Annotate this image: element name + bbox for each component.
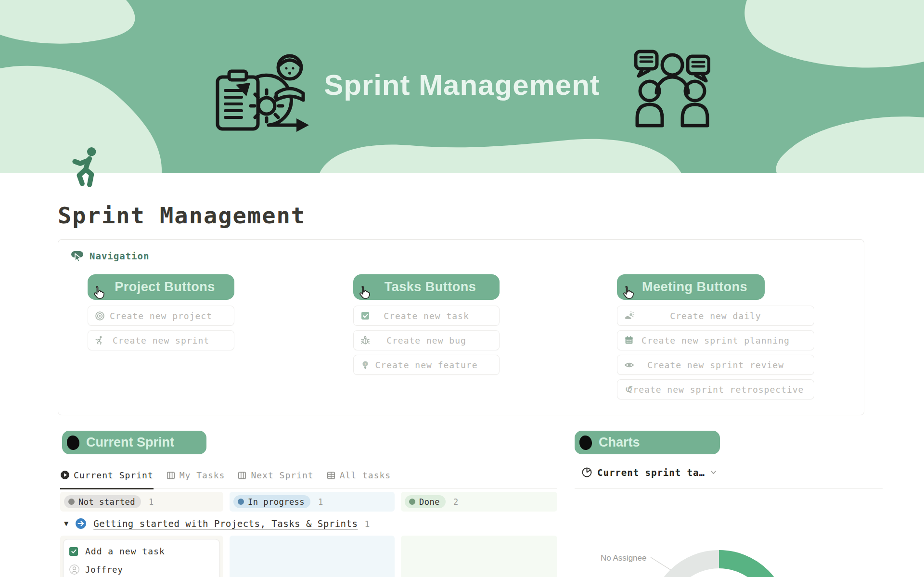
status-pill-in-progress[interactable]: In progress xyxy=(233,495,310,508)
button-label: Create new daily xyxy=(670,311,761,321)
status-label: Not started xyxy=(78,497,135,507)
create-new-sprint-planning-button[interactable]: Create new sprint planning xyxy=(617,330,814,350)
meeting-buttons-toggle[interactable]: Meeting Buttons xyxy=(617,274,765,300)
tab-current-sprint[interactable]: Current Sprint xyxy=(60,468,154,489)
task-title: Add a new task xyxy=(85,546,165,556)
current-sprint-section-toggle[interactable]: Current Sprint xyxy=(62,431,206,454)
create-new-project-button[interactable]: Create new project xyxy=(88,306,234,326)
tasks-buttons-toggle[interactable]: Tasks Buttons xyxy=(353,274,500,300)
button-label: Create new sprint xyxy=(113,335,209,346)
status-pill-done[interactable]: Done xyxy=(405,495,446,508)
runner-icon xyxy=(94,335,105,346)
tab-my-tasks[interactable]: My Tasks xyxy=(166,468,225,488)
project-buttons-label: Project Buttons xyxy=(107,280,215,295)
tasks-buttons-label: Tasks Buttons xyxy=(377,280,476,295)
button-label: Create new task xyxy=(384,311,469,321)
status-dot xyxy=(409,499,415,505)
sprint-group-link[interactable]: Getting started with Projects, Tasks & S… xyxy=(93,518,358,529)
create-new-daily-button[interactable]: Create new daily xyxy=(617,306,814,326)
tab-label: All tasks xyxy=(340,470,391,480)
sprint-group-row: ▼ Getting started with Projects, Tasks &… xyxy=(64,518,370,529)
play-circle-icon xyxy=(60,470,70,480)
status-label: In progress xyxy=(248,497,305,507)
create-new-sprint-review-button[interactable]: Create new sprint review xyxy=(617,355,814,375)
black-dot-icon xyxy=(66,435,80,450)
column-in-progress-header: In progress 1 xyxy=(230,492,395,512)
tab-label: Current Sprint xyxy=(74,470,154,480)
hand-cursor-icon xyxy=(357,285,372,301)
column-count: 1 xyxy=(318,497,323,507)
calendar-icon xyxy=(624,335,634,346)
navigation-callout: Navigation Project Buttons Create new pr… xyxy=(58,239,864,415)
button-label: Create new bug xyxy=(386,335,466,346)
tab-next-sprint[interactable]: Next Sprint xyxy=(237,468,313,488)
project-buttons-group: Project Buttons Create new project Creat… xyxy=(88,274,234,355)
tab-label: Next Sprint xyxy=(251,470,313,480)
page-cover-banner: Sprint Management xyxy=(0,0,924,173)
board-icon xyxy=(237,471,247,480)
sprint-management-page: Sprint Management xyxy=(0,0,924,577)
hand-cursor-icon xyxy=(91,285,106,301)
tab-all-tasks[interactable]: All tasks xyxy=(326,468,391,488)
charts-section-toggle[interactable]: Charts xyxy=(575,431,720,454)
chevron-down-icon xyxy=(710,469,717,476)
create-new-sprint-retrospective-button[interactable]: ↺ Create new sprint retrospective xyxy=(617,379,814,399)
column-not-started-header: Not started 1 xyxy=(60,492,223,512)
task-assignee: Joffrey xyxy=(85,565,123,575)
charts-divider xyxy=(575,488,883,489)
checked-checkbox-icon xyxy=(360,310,371,321)
column-done-header: Done 2 xyxy=(401,492,557,512)
bug-icon xyxy=(360,335,371,346)
column-count: 1 xyxy=(149,497,154,507)
banner-title: Sprint Management xyxy=(0,68,924,102)
undo-arrow-icon: ↺ xyxy=(624,384,634,395)
column-in-progress-body xyxy=(230,536,395,577)
button-label: Create new sprint planning xyxy=(642,335,790,346)
status-pill-not-started[interactable]: Not started xyxy=(64,495,141,508)
column-done-body xyxy=(401,536,557,577)
sprint-arrow-circle-icon xyxy=(75,518,87,529)
button-label: Create new sprint retrospective xyxy=(628,385,804,395)
sun-cloud-icon xyxy=(624,310,634,321)
navigation-header: Navigation xyxy=(71,249,149,262)
column-not-started-body: Add a new task Joffrey xyxy=(60,536,223,577)
lightbulb-icon: T xyxy=(360,359,371,370)
status-label: Done xyxy=(419,497,440,507)
target-icon xyxy=(94,310,105,321)
donut-chart[interactable] xyxy=(578,544,828,577)
collapse-toggle[interactable]: ▼ xyxy=(64,520,68,527)
black-dot-icon xyxy=(579,435,593,450)
pie-chart-icon xyxy=(581,467,592,478)
status-dot xyxy=(238,499,244,505)
button-label: Create new sprint review xyxy=(647,360,784,370)
page-title: Sprint Management xyxy=(58,202,306,229)
hand-cursor-icon xyxy=(621,285,635,301)
sprint-group-count: 1 xyxy=(364,519,370,529)
chart-selector-dropdown[interactable]: Current sprint ta… xyxy=(581,467,717,478)
create-new-sprint-button[interactable]: Create new sprint xyxy=(88,330,234,350)
project-buttons-toggle[interactable]: Project Buttons xyxy=(88,274,234,300)
cursor-click-icon xyxy=(71,249,84,262)
column-count: 2 xyxy=(453,497,458,507)
button-label: Create new feature xyxy=(375,360,477,370)
eye-icon xyxy=(624,359,634,370)
task-checkbox-checked[interactable] xyxy=(69,547,78,556)
create-new-feature-button[interactable]: T Create new feature xyxy=(353,355,500,375)
meeting-buttons-label: Meeting Buttons xyxy=(634,280,747,295)
tasks-buttons-group: Tasks Buttons Create new task Create new… xyxy=(353,274,500,379)
chart-selector-label: Current sprint ta… xyxy=(597,467,705,478)
avatar-icon xyxy=(69,564,79,575)
tab-label: My Tasks xyxy=(180,470,225,480)
meeting-buttons-group: Meeting Buttons Create new daily Create … xyxy=(617,274,814,404)
create-new-bug-button[interactable]: Create new bug xyxy=(353,330,500,350)
svg-text:T: T xyxy=(364,362,367,366)
task-card[interactable]: Add a new task Joffrey xyxy=(63,539,220,577)
navigation-title: Navigation xyxy=(90,251,149,261)
charts-title: Charts xyxy=(599,435,640,450)
team-meeting-icon xyxy=(634,46,710,128)
current-sprint-title: Current Sprint xyxy=(86,435,174,450)
create-new-task-button[interactable]: Create new task xyxy=(353,306,500,326)
page-icon-runner[interactable] xyxy=(71,146,104,192)
board-icon xyxy=(166,471,176,480)
view-tabs: Current Sprint My Tasks Next Sprint All … xyxy=(60,468,557,489)
